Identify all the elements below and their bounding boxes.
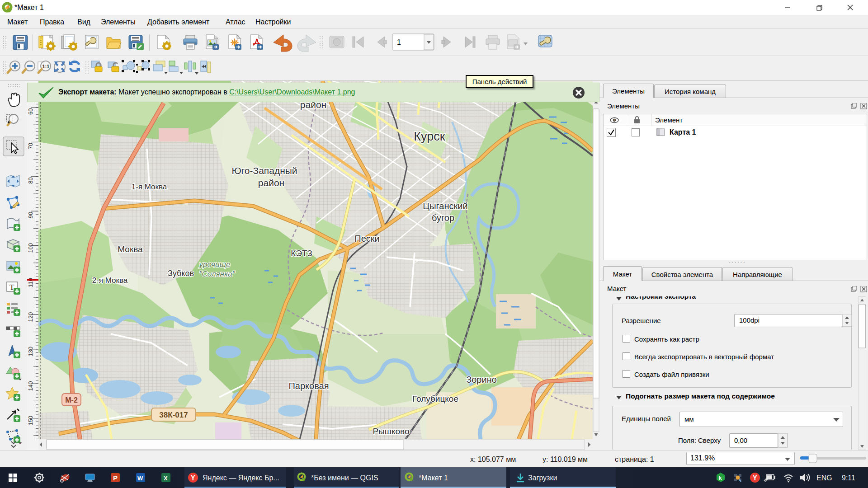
svg-text:9:11: 9:11	[842, 474, 855, 482]
svg-text:130: 130	[27, 347, 34, 357]
svg-text:бугор: бугор	[432, 213, 454, 223]
svg-text:90: 90	[27, 212, 34, 218]
svg-text:Парковая: Парковая	[288, 381, 329, 391]
svg-text:район: район	[258, 178, 284, 188]
svg-text:60: 60	[27, 108, 34, 115]
svg-text:38К-017: 38К-017	[159, 411, 188, 419]
svg-text:1:1: 1:1	[42, 64, 50, 69]
svg-text:урочище: урочище	[199, 260, 231, 269]
svg-text:70: 70	[27, 143, 34, 149]
svg-text:P: P	[113, 474, 118, 482]
svg-text:X: X	[164, 475, 168, 482]
svg-text:Цыганский: Цыганский	[423, 201, 467, 211]
svg-text:Y: Y	[191, 474, 196, 482]
svg-text:2-я Моква: 2-я Моква	[92, 276, 128, 285]
svg-text:120: 120	[27, 312, 34, 322]
svg-text:W: W	[137, 475, 143, 482]
svg-text:Курск: Курск	[414, 130, 445, 143]
svg-text:Яндекс — Яндекс Бр...: Яндекс — Яндекс Бр...	[203, 474, 279, 482]
svg-text:1: 1	[397, 38, 401, 46]
svg-text:КЭТЗ: КЭТЗ	[291, 249, 312, 258]
svg-text:80: 80	[27, 177, 34, 183]
svg-text:Зубков: Зубков	[168, 269, 194, 278]
svg-text:Y: Y	[753, 474, 758, 482]
svg-text:Юго-Западный: Юго-Западный	[231, 165, 297, 176]
svg-text:k: k	[719, 474, 722, 481]
svg-text:ENG: ENG	[816, 474, 832, 482]
svg-text:Пески: Пески	[354, 234, 379, 244]
svg-text:1-я Моква: 1-я Моква	[132, 183, 167, 191]
svg-text:150: 150	[27, 416, 34, 426]
svg-text:Моква: Моква	[118, 244, 143, 254]
svg-text:*Без имени — QGIS: *Без имени — QGIS	[311, 474, 378, 482]
svg-text:100: 100	[27, 243, 34, 253]
svg-text:Загрузки: Загрузки	[528, 474, 557, 482]
svg-text:Зорино: Зорино	[466, 375, 497, 385]
svg-text:Рышково: Рышково	[373, 427, 409, 436]
svg-text:140: 140	[27, 381, 34, 391]
svg-text:*Макет 1: *Макет 1	[419, 474, 448, 482]
svg-text:М-2: М-2	[65, 396, 78, 404]
svg-text:"Солянка": "Солянка"	[199, 270, 236, 278]
svg-text:Голубицкое: Голубицкое	[412, 394, 458, 404]
